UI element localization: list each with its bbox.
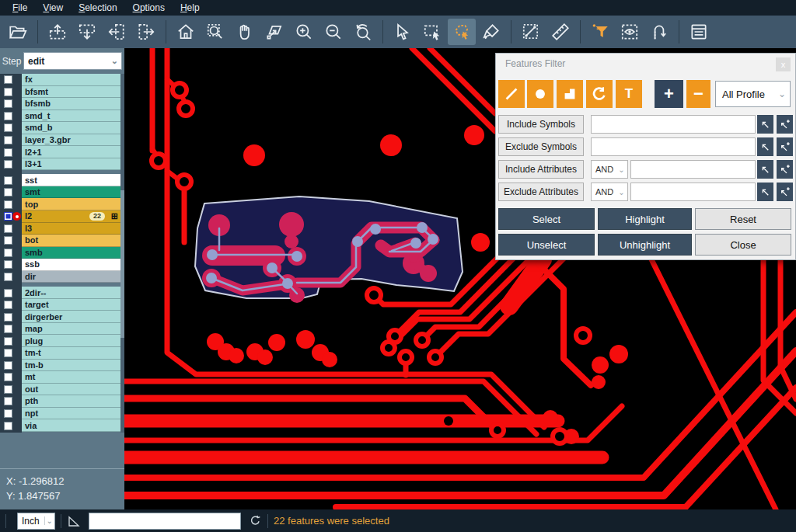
include-attributes-operator-dropdown[interactable]: AND ⌄ [591, 160, 628, 179]
highlight-button[interactable]: Highlight [598, 208, 692, 230]
features-filter-icon[interactable] [586, 19, 614, 45]
layer-row-mt[interactable]: mt [0, 371, 120, 384]
clear-paint-icon[interactable] [477, 19, 505, 45]
layer-checkbox-target[interactable] [4, 301, 12, 309]
layer-row-target[interactable]: target [0, 299, 120, 311]
snap-icon[interactable] [645, 19, 673, 45]
layer-checkbox-top[interactable] [4, 200, 12, 209]
layer-name-2dir--[interactable]: 2dir-- [22, 287, 120, 299]
layer-row-dir[interactable]: dir [0, 271, 120, 283]
layer-row-smt[interactable]: smt [0, 186, 120, 199]
layer-name-smd_t[interactable]: smd_t [22, 110, 120, 123]
pick-add-symbol-icon[interactable] [777, 115, 793, 134]
layer-checkbox-dirgerber[interactable] [4, 313, 12, 322]
layer-name-fx[interactable]: fx [22, 74, 120, 86]
layer-name-dirgerber[interactable]: dirgerber [22, 311, 120, 323]
layer-checkbox-dir[interactable] [4, 273, 12, 281]
layer-row-bfsmt[interactable]: bfsmt [0, 86, 120, 99]
layer-row-dirgerber[interactable]: dirgerber [0, 311, 120, 323]
layer-name-l3[interactable]: l3 [22, 223, 120, 235]
exclude-attributes-operator-dropdown[interactable]: AND ⌄ [591, 183, 628, 201]
layer-row-2dir--[interactable]: 2dir-- [0, 287, 120, 299]
layer-name-npt[interactable]: npt [22, 408, 120, 420]
layer-name-pth[interactable]: pth [22, 395, 120, 408]
layer-name-smd_b[interactable]: smd_b [22, 122, 120, 134]
layer-name-tm-b[interactable]: tm-b [22, 360, 120, 372]
menu-file[interactable]: File [5, 1, 35, 15]
layer-row-smd_b[interactable]: smd_b [0, 122, 120, 134]
layer-row-tm-t[interactable]: tm-t [0, 347, 120, 360]
layer-checkbox-smt[interactable] [4, 188, 12, 196]
layer-name-target[interactable]: target [22, 299, 120, 311]
open-file-icon[interactable] [4, 19, 32, 45]
layer-checkbox-bfsmt[interactable] [4, 88, 12, 96]
pan-hand-icon[interactable] [231, 19, 259, 45]
select-polygon-icon[interactable] [448, 19, 476, 45]
layer-name-layer_3.gbr[interactable]: layer_3.gbr [22, 134, 120, 147]
filter-surface-icon[interactable] [557, 80, 583, 108]
view-options-icon[interactable] [616, 19, 644, 45]
layer-row-via[interactable]: via [0, 419, 120, 432]
layer-name-map[interactable]: map [22, 323, 120, 336]
ruler-icon[interactable] [546, 19, 574, 45]
layer-row-npt[interactable]: npt [0, 408, 120, 420]
filter-line-icon[interactable] [498, 80, 525, 108]
filter-text-icon[interactable]: T [616, 80, 642, 108]
menu-view[interactable]: View [35, 1, 71, 15]
unselect-button[interactable]: Unselect [498, 234, 595, 256]
unhighlight-button[interactable]: Unhighlight [598, 234, 692, 256]
layer-checkbox-tm-b[interactable] [4, 361, 12, 370]
layer-checkbox-smb[interactable] [4, 249, 12, 257]
layer-name-smt[interactable]: smt [22, 186, 120, 199]
layer-row-sst[interactable]: sst [0, 174, 120, 186]
close-icon[interactable]: x [776, 57, 791, 71]
pan-right-icon[interactable] [132, 19, 160, 45]
layer-row-smd_t[interactable]: smd_t [0, 110, 120, 123]
layer-row-map[interactable]: map [0, 323, 120, 336]
exclude-attributes-button[interactable]: Exclude Attributes [498, 183, 584, 201]
zoom-area-icon[interactable] [201, 19, 229, 45]
layer-checkbox-l2[interactable] [4, 212, 12, 221]
layer-name-l2+1[interactable]: l2+1 [22, 146, 120, 158]
layer-row-top[interactable]: top [0, 198, 120, 210]
layer-name-out[interactable]: out [22, 384, 120, 396]
select-button[interactable]: Select [498, 208, 595, 230]
layer-name-plug[interactable]: plug [22, 335, 120, 347]
menu-help[interactable]: Help [173, 1, 208, 15]
include-symbols-input[interactable] [591, 115, 756, 134]
zoom-previous-icon[interactable] [349, 19, 377, 45]
pan-down-icon[interactable] [73, 19, 101, 45]
pick-add-attribute-icon[interactable] [777, 183, 793, 201]
close-button[interactable]: Close [695, 234, 791, 256]
menu-options[interactable]: Options [125, 1, 173, 15]
layer-checkbox-npt[interactable] [4, 409, 12, 418]
pick-symbol-icon[interactable] [757, 137, 773, 156]
layer-checkbox-via[interactable] [4, 422, 12, 430]
pick-symbol-icon[interactable] [757, 115, 773, 134]
layer-checkbox-layer_3.gbr[interactable] [4, 136, 12, 144]
pick-add-attribute-icon[interactable] [777, 160, 793, 179]
layer-checkbox-l3[interactable] [4, 224, 12, 233]
layer-row-tm-b[interactable]: tm-b [0, 360, 120, 372]
filter-include-icon[interactable]: + [655, 80, 683, 108]
layer-row-l3+1[interactable]: l3+1 [0, 158, 120, 171]
layer-name-dir[interactable]: dir [22, 271, 120, 283]
layer-row-pth[interactable]: pth [0, 395, 120, 408]
layer-checkbox-plug[interactable] [4, 337, 12, 346]
pan-up-icon[interactable] [44, 19, 72, 45]
layer-name-bfsmt[interactable]: bfsmt [22, 86, 120, 99]
layer-name-tm-t[interactable]: tm-t [22, 347, 120, 360]
layer-name-ssb[interactable]: ssb [22, 259, 120, 271]
layer-row-out[interactable]: out [0, 384, 120, 396]
select-rectangle-icon[interactable] [418, 19, 446, 45]
layer-checkbox-ssb[interactable] [4, 260, 12, 269]
zoom-home-icon[interactable] [172, 19, 200, 45]
measure-distance-icon[interactable] [517, 19, 545, 45]
grid-icon[interactable]: ⊞ [111, 212, 118, 221]
select-cursor-icon[interactable] [389, 19, 417, 45]
feature-info-icon[interactable] [685, 19, 713, 45]
zoom-out-icon[interactable] [319, 19, 347, 45]
move-view-icon[interactable] [260, 19, 288, 45]
layer-checkbox-bfsmb[interactable] [4, 99, 12, 108]
unit-dropdown[interactable]: Inch ⌄ [17, 513, 55, 530]
